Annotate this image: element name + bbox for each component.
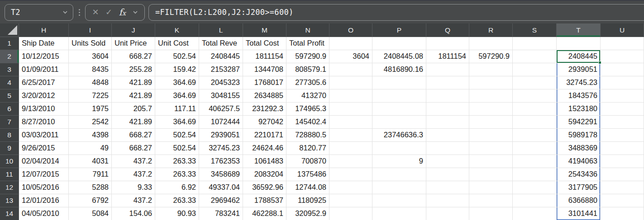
cell-R4[interactable] [469, 76, 513, 89]
column-header-I[interactable]: I [69, 23, 112, 37]
cell-T7[interactable]: 5942291 [557, 116, 601, 129]
cell-S6[interactable] [513, 103, 557, 116]
cell-N9[interactable]: 8120.77 [286, 142, 329, 155]
cancel-icon[interactable]: ✕ [92, 8, 99, 16]
cell-Q10[interactable] [426, 155, 469, 168]
cell-H9[interactable]: 9/26/2015 [19, 142, 69, 155]
cell-P14[interactable] [372, 207, 426, 220]
cell-T9[interactable]: 3488369 [557, 142, 601, 155]
cell-S3[interactable] [513, 63, 557, 76]
cell-P12[interactable] [372, 181, 426, 194]
cell-J1[interactable]: Unit Price [112, 37, 155, 50]
cell-I1[interactable]: Units Sold [69, 37, 112, 50]
cell-J8[interactable]: 668.27 [112, 129, 155, 142]
cell-P7[interactable] [372, 116, 426, 129]
cell-L5[interactable]: 3048155 [199, 89, 243, 103]
cell-Q6[interactable] [426, 103, 469, 116]
cell-T1[interactable] [557, 37, 601, 50]
name-box[interactable]: T2 [5, 4, 73, 21]
cell-J4[interactable]: 421.89 [112, 76, 155, 89]
cell-N12[interactable]: 12744.08 [286, 181, 329, 194]
cell-S8[interactable] [513, 129, 557, 142]
cell-I3[interactable]: 8435 [69, 63, 112, 76]
cell-K11[interactable]: 263.33 [155, 168, 199, 181]
column-header-U[interactable]: U [601, 23, 644, 37]
row-header-4[interactable]: 4 [0, 76, 19, 89]
row-header-12[interactable]: 12 [0, 181, 19, 194]
cell-K6[interactable]: 117.11 [155, 103, 199, 116]
cell-U3[interactable] [601, 63, 644, 76]
cell-L4[interactable]: 2045323 [199, 76, 243, 89]
cell-L3[interactable]: 2153287 [199, 63, 243, 76]
cell-T10[interactable]: 4194063 [557, 155, 601, 168]
cell-Q9[interactable] [426, 142, 469, 155]
cell-T5[interactable]: 1843576 [557, 89, 601, 103]
cell-M3[interactable]: 1344708 [243, 63, 286, 76]
cell-S13[interactable] [513, 194, 557, 207]
cell-S2[interactable] [513, 50, 557, 63]
cell-M10[interactable]: 1061483 [243, 155, 286, 168]
column-header-M[interactable]: M [243, 23, 286, 37]
cell-U10[interactable] [601, 155, 644, 168]
cell-N14[interactable]: 320952.9 [286, 207, 329, 220]
row-header-14[interactable]: 14 [0, 207, 19, 220]
cell-Q13[interactable] [426, 194, 469, 207]
cell-R9[interactable] [469, 142, 513, 155]
cell-K3[interactable]: 159.42 [155, 63, 199, 76]
cell-T13[interactable]: 6366880 [557, 194, 601, 207]
cell-L11[interactable]: 3458689 [199, 168, 243, 181]
cell-J9[interactable]: 668.27 [112, 142, 155, 155]
cell-S4[interactable] [513, 76, 557, 89]
column-header-P[interactable]: P [372, 23, 426, 37]
column-header-K[interactable]: K [155, 23, 199, 37]
row-header-9[interactable]: 9 [0, 142, 19, 155]
cell-T14[interactable]: 3101441 [557, 207, 601, 220]
cell-P2[interactable]: 2408445.08 [372, 50, 426, 63]
cell-P1[interactable] [372, 37, 426, 50]
cell-O2[interactable]: 3604 [329, 50, 372, 63]
cell-N5[interactable]: 413270 [286, 89, 329, 103]
cell-O1[interactable] [329, 37, 372, 50]
cell-O12[interactable] [329, 181, 372, 194]
cell-L10[interactable]: 1762353 [199, 155, 243, 168]
cell-I12[interactable]: 5288 [69, 181, 112, 194]
cell-P10[interactable]: 9 [372, 155, 426, 168]
cell-M5[interactable]: 2634885 [243, 89, 286, 103]
cell-R11[interactable] [469, 168, 513, 181]
cell-J3[interactable]: 255.28 [112, 63, 155, 76]
cell-I14[interactable]: 5084 [69, 207, 112, 220]
cell-M4[interactable]: 1768017 [243, 76, 286, 89]
cell-M2[interactable]: 1811154 [243, 50, 286, 63]
column-header-S[interactable]: S [513, 23, 557, 37]
cell-O11[interactable] [329, 168, 372, 181]
cell-S9[interactable] [513, 142, 557, 155]
cell-M9[interactable]: 24624.46 [243, 142, 286, 155]
column-header-N[interactable]: N [286, 23, 329, 37]
cell-H12[interactable]: 10/05/2016 [19, 181, 69, 194]
cell-S7[interactable] [513, 116, 557, 129]
cell-R14[interactable] [469, 207, 513, 220]
cell-R5[interactable] [469, 89, 513, 103]
cell-T3[interactable]: 2939051 [557, 63, 601, 76]
cell-P9[interactable] [372, 142, 426, 155]
cell-U12[interactable] [601, 181, 644, 194]
cell-H3[interactable]: 01/09/2011 [19, 63, 69, 76]
cell-P4[interactable] [372, 76, 426, 89]
row-header-11[interactable]: 11 [0, 168, 19, 181]
cell-K7[interactable]: 364.69 [155, 116, 199, 129]
cell-O3[interactable] [329, 63, 372, 76]
cell-J14[interactable]: 154.06 [112, 207, 155, 220]
column-header-H[interactable]: H [19, 23, 69, 37]
cell-O8[interactable] [329, 129, 372, 142]
cell-M13[interactable]: 1788537 [243, 194, 286, 207]
cell-H10[interactable]: 02/04/2014 [19, 155, 69, 168]
cell-K2[interactable]: 502.54 [155, 50, 199, 63]
cell-L9[interactable]: 32745.23 [199, 142, 243, 155]
cell-S11[interactable] [513, 168, 557, 181]
cell-P13[interactable] [372, 194, 426, 207]
cell-T12[interactable]: 3177905 [557, 181, 601, 194]
cell-S5[interactable] [513, 89, 557, 103]
column-header-T[interactable]: T [557, 23, 601, 37]
cell-Q11[interactable] [426, 168, 469, 181]
chevron-down-icon[interactable] [62, 9, 68, 15]
